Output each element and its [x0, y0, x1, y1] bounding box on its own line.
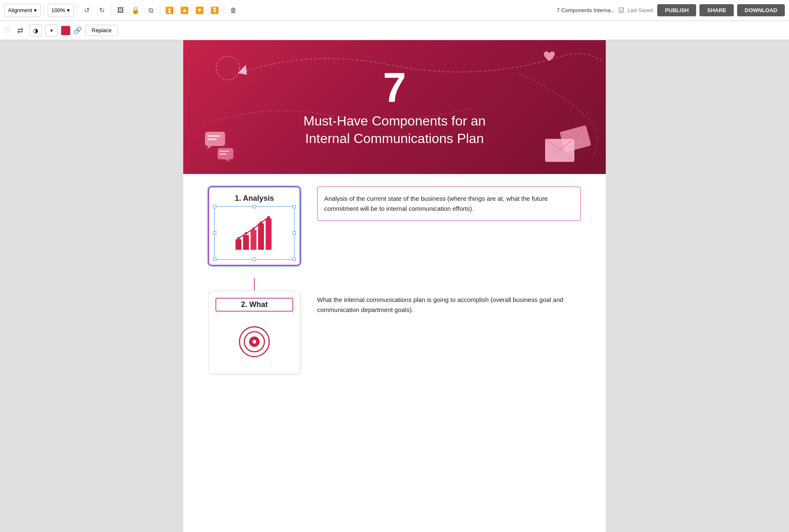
divider2	[77, 5, 77, 16]
svg-rect-19	[266, 218, 272, 250]
handle-br[interactable]	[292, 258, 296, 261]
divider1	[44, 5, 44, 16]
svg-marker-9	[236, 65, 250, 78]
color-swatch[interactable]	[61, 26, 70, 35]
zoom-label: 100%	[51, 7, 65, 13]
heart-icon[interactable]: ♡	[4, 26, 11, 35]
rotate-button[interactable]: ⇄	[14, 25, 26, 36]
svg-rect-15	[236, 239, 241, 250]
svg-rect-17	[251, 230, 256, 250]
card-2-description-area: What the internal communications plan is…	[317, 291, 581, 315]
handle-tc[interactable]	[253, 205, 256, 208]
card-2-title: 2. What	[241, 300, 268, 309]
move-down-button[interactable]: 🔽	[194, 5, 205, 16]
svg-rect-5	[219, 151, 229, 152]
card-1[interactable]: 1. Analysis	[208, 187, 300, 266]
svg-point-29	[253, 340, 256, 344]
card-2-icon-area	[215, 317, 293, 367]
copy-button[interactable]: ⧉	[145, 5, 156, 16]
handle-tl[interactable]	[213, 205, 216, 208]
redo-button[interactable]: ↻	[96, 5, 108, 16]
hero-subtitle: Must-Have Components for an Internal Com…	[303, 113, 486, 147]
component-row-1: 1. Analysis	[208, 187, 581, 266]
handle-ml[interactable]	[213, 231, 216, 235]
svg-rect-18	[258, 223, 264, 250]
image-button[interactable]: 🖼	[115, 5, 126, 16]
card-2[interactable]: 2. What	[208, 291, 300, 374]
last-saved-label: Last Saved:	[628, 8, 654, 13]
svg-marker-7	[225, 159, 230, 162]
hero-number: 7	[383, 66, 406, 108]
svg-point-24	[267, 216, 270, 219]
lock-button[interactable]: 🔒	[130, 5, 141, 16]
checkmark-icon: ☑	[618, 6, 624, 14]
svg-rect-16	[243, 235, 249, 250]
envelope-group	[539, 120, 593, 168]
divider4	[160, 5, 160, 16]
heart-deco-icon	[543, 51, 556, 64]
card-2-title-box: 2. What	[215, 298, 293, 312]
chat-bubble-2	[217, 147, 235, 164]
hero-banner: 7 Must-Have Components for an Internal C…	[183, 40, 606, 174]
target-icon	[238, 325, 271, 358]
svg-rect-6	[219, 153, 227, 155]
divider5	[224, 5, 224, 16]
download-button[interactable]: DOWNLOAD	[737, 4, 785, 16]
component-row-2: 2. What	[208, 291, 581, 374]
svg-marker-3	[207, 146, 212, 149]
divider3	[111, 5, 111, 16]
svg-rect-1	[207, 135, 220, 137]
move-up-button[interactable]: 🔼	[179, 5, 190, 16]
alignment-label: Alignment	[8, 7, 32, 13]
toolbar-right: 7 Components Interna... ☑ Last Saved: PU…	[557, 4, 785, 16]
svg-rect-2	[207, 138, 217, 140]
content-area: 1. Analysis	[183, 174, 606, 399]
link-icon[interactable]: 🔗	[74, 26, 82, 34]
format-toolbar: ♡ ⇄ ◑ ▾ 🔗 Replace	[0, 21, 789, 40]
canvas-area: 7 Must-Have Components for an Internal C…	[0, 40, 789, 532]
handle-bl[interactable]	[213, 258, 216, 261]
move-top-button[interactable]: ⏫	[164, 5, 175, 16]
card-2-description: What the internal communications plan is…	[317, 295, 581, 315]
canvas-page: 7 Must-Have Components for an Internal C…	[183, 40, 606, 532]
replace-button[interactable]: Replace	[85, 25, 118, 36]
card-1-title: 1. Analysis	[216, 194, 293, 203]
contrast-button[interactable]: ◑	[29, 24, 42, 37]
svg-point-23	[260, 221, 262, 224]
card-1-icon-area	[216, 208, 293, 258]
handle-mr[interactable]	[292, 231, 296, 235]
publish-button[interactable]: PUBLISH	[657, 4, 696, 16]
chevron-down-icon: ▾	[34, 7, 37, 13]
zoom-dropdown[interactable]: 100% ▾	[48, 4, 74, 17]
doc-title: 7 Components Interna...	[557, 7, 615, 13]
card-1-description: Analysis of the current state of the bus…	[317, 187, 581, 221]
alignment-dropdown[interactable]: Alignment ▾	[4, 4, 41, 17]
svg-point-21	[245, 232, 247, 235]
share-button[interactable]: SHARE	[699, 4, 734, 16]
handle-tr[interactable]	[292, 205, 296, 208]
contrast-dropdown[interactable]: ▾	[45, 24, 58, 37]
top-toolbar: Alignment ▾ 100% ▾ ↺ ↻ 🖼 🔒 ⧉ ⏫ 🔼 🔽 ⏬ 🗑 7…	[0, 0, 789, 21]
svg-point-20	[237, 237, 240, 240]
handle-bc[interactable]	[253, 258, 256, 261]
delete-button[interactable]: 🗑	[228, 5, 239, 16]
move-bottom-button[interactable]: ⏬	[209, 5, 220, 16]
connector-line-1	[254, 278, 255, 291]
chart-icon	[233, 214, 275, 252]
svg-point-22	[252, 228, 255, 230]
undo-button[interactable]: ↺	[81, 5, 92, 16]
chevron-down-icon2: ▾	[67, 7, 70, 13]
